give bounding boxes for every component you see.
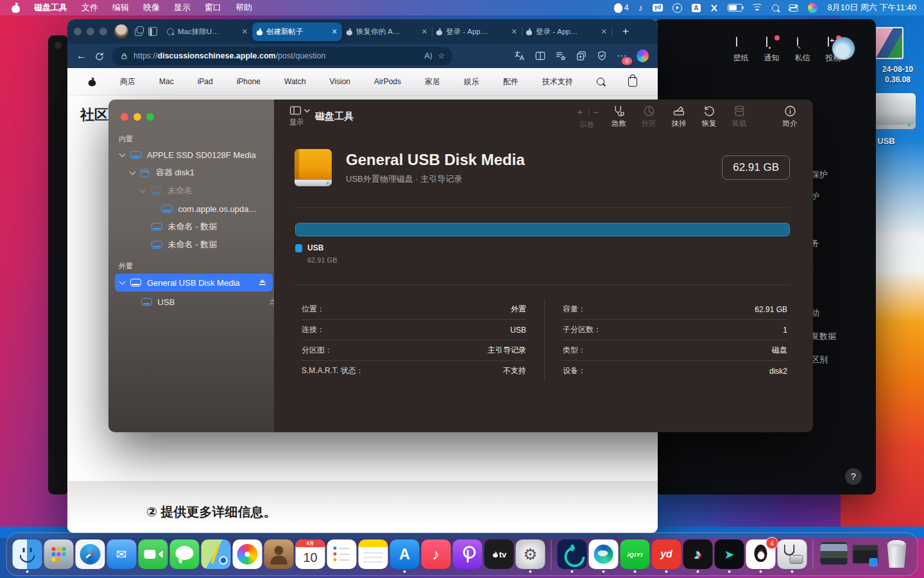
collections-icon[interactable] xyxy=(575,50,587,62)
dock-item-minimized-window[interactable] xyxy=(851,539,880,569)
dock-item-mail[interactable]: ✉ xyxy=(107,539,137,569)
status-item-spotlight[interactable] xyxy=(772,4,779,12)
photos-icon[interactable] xyxy=(233,539,262,569)
side-nav-messages[interactable]: 私信 xyxy=(792,37,813,64)
dock-item-maps[interactable] xyxy=(201,539,231,569)
minimized-window-icon[interactable] xyxy=(851,539,880,569)
disclosure-chevron-icon[interactable] xyxy=(130,169,136,175)
browser-tab-1[interactable]: 创建新帖子✕ xyxy=(252,22,342,41)
maps-icon[interactable] xyxy=(201,539,231,569)
browser-traffic-lights[interactable] xyxy=(74,28,107,35)
dock-item-douyin[interactable]: ♪ xyxy=(683,539,713,569)
apple-menu-icon[interactable] xyxy=(12,3,20,13)
dock-item-youdao[interactable]: yd xyxy=(652,539,681,569)
dock-item-launchpad[interactable] xyxy=(44,539,74,569)
browser-tab-2[interactable]: 恢复你的 A…✕ xyxy=(342,22,432,41)
apple-nav-item[interactable]: Mac xyxy=(159,77,174,86)
apple-nav-item[interactable]: 家居 xyxy=(425,76,440,87)
status-item-wifi[interactable] xyxy=(752,4,762,12)
status-item-siri[interactable] xyxy=(808,3,817,13)
menu-item[interactable]: 窗口 xyxy=(205,2,221,13)
apple-nav-item[interactable]: 商店 xyxy=(120,76,135,87)
edge-icon[interactable] xyxy=(589,539,619,569)
traffic-lights[interactable] xyxy=(121,113,154,121)
youdao-icon[interactable]: yd xyxy=(652,539,681,569)
side-nav-notifications[interactable]: 通知 xyxy=(761,37,782,64)
sidebar-toggle[interactable]: 显示 xyxy=(289,105,310,127)
apple-nav-item[interactable]: 配件 xyxy=(503,76,518,87)
browser-essentials-icon[interactable] xyxy=(595,50,608,62)
toolbar-firstaid-button[interactable]: 急救 xyxy=(608,105,629,128)
status-item-crossed[interactable] xyxy=(710,4,718,12)
browser-tab-0[interactable]: Mac抹除U…✕ xyxy=(162,22,252,41)
sidebar-item[interactable]: 未命名 xyxy=(115,182,293,200)
dock-item-appstore[interactable]: A xyxy=(390,539,420,569)
side-nav-wallpaper[interactable]: 壁纸 xyxy=(730,37,751,64)
finder-icon[interactable] xyxy=(13,539,42,569)
toolbar-info-button[interactable]: 简介 xyxy=(780,105,800,128)
apple-logo[interactable] xyxy=(89,77,96,86)
menu-clock[interactable]: 8月10日 周六 下午11:40 xyxy=(828,2,916,13)
help-button[interactable]: ? xyxy=(845,468,862,485)
dock-item-calendar[interactable]: 8月10 xyxy=(296,539,325,569)
desktop-screenshot-filename[interactable]: 24-08-10 0.36.08 xyxy=(871,65,924,85)
browser-profile-avatar[interactable] xyxy=(114,24,128,39)
dock-item-qq[interactable]: 4 xyxy=(746,539,776,569)
tab-actions-icon[interactable] xyxy=(148,26,158,37)
tv-icon[interactable]: tv xyxy=(484,539,514,569)
status-item-a-input[interactable]: A xyxy=(692,4,700,12)
dock-item-safari[interactable] xyxy=(76,539,105,569)
apple-nav-item[interactable]: 技术支持 xyxy=(542,76,573,87)
dock-item-contacts[interactable] xyxy=(264,539,294,569)
tab-close-icon[interactable]: ✕ xyxy=(242,28,248,36)
reader-view-icon[interactable]: A⟩ xyxy=(425,51,433,60)
diskutility-icon[interactable] xyxy=(778,539,807,569)
address-bar[interactable]: https://discussionschinese.apple.com/pos… xyxy=(112,47,452,66)
apple-nav-item[interactable]: iPhone xyxy=(237,77,261,86)
apple-nav-item[interactable]: iPad xyxy=(198,77,213,86)
trash-icon[interactable] xyxy=(882,539,912,569)
calendar-icon[interactable]: 8月10 xyxy=(296,539,325,569)
search-icon[interactable] xyxy=(597,78,604,85)
disclosure-chevron-icon[interactable] xyxy=(119,279,126,285)
copilot-icon[interactable] xyxy=(637,50,649,62)
disclosure-chevron-icon[interactable] xyxy=(119,151,126,157)
menu-item[interactable]: 映像 xyxy=(143,2,160,13)
side-window-avatar[interactable] xyxy=(832,37,855,60)
sidebar-item[interactable]: General USB Disk Media xyxy=(115,274,273,292)
background-window[interactable] xyxy=(48,35,69,495)
tab-close-icon[interactable]: ✕ xyxy=(422,28,427,36)
workspaces-icon[interactable] xyxy=(133,26,143,37)
tab-close-icon[interactable]: ✕ xyxy=(511,28,517,36)
status-item-youdao[interactable]: yd xyxy=(653,4,663,12)
dock-item-podcasts[interactable] xyxy=(453,539,483,569)
dock-item-iqiyi[interactable]: iQIYI xyxy=(620,539,650,569)
dock-item-tv[interactable]: tv xyxy=(484,539,514,569)
toolbar-erase-button[interactable]: 抹掉 xyxy=(669,105,689,128)
settings-icon[interactable]: ⚙ xyxy=(516,539,545,569)
dock-item-reminders[interactable] xyxy=(327,539,357,569)
arrow-app-icon[interactable]: ➤ xyxy=(715,539,744,569)
sidebar-item[interactable]: USB xyxy=(115,293,283,311)
music-icon[interactable]: ♪ xyxy=(422,539,451,569)
refresh-button[interactable] xyxy=(94,50,105,62)
translate-icon[interactable] xyxy=(513,50,526,62)
dock-item-settings[interactable]: ⚙ xyxy=(516,539,545,569)
favorites-icon[interactable] xyxy=(554,50,567,62)
dock-item-messages[interactable] xyxy=(170,539,200,569)
dock-item-facetime[interactable] xyxy=(139,539,168,569)
dock-item-finder[interactable] xyxy=(13,539,42,569)
new-tab-button[interactable]: + xyxy=(622,25,629,38)
sidebar-item[interactable]: 未命名 - 数据 xyxy=(115,218,293,236)
reminders-icon[interactable] xyxy=(327,539,357,569)
menu-item[interactable]: 显示 xyxy=(174,2,191,13)
accelerator-icon[interactable] xyxy=(558,539,587,569)
dock-item-music[interactable]: ♪ xyxy=(422,539,451,569)
favorite-star-icon[interactable]: ☆ xyxy=(438,51,445,60)
dock-item-arrow-app[interactable]: ➤ xyxy=(715,539,744,569)
sidebar-item[interactable]: 容器 disk1 xyxy=(115,164,283,182)
browser-tab-3[interactable]: 登录 - App…✕ xyxy=(432,22,522,41)
status-item-control-center[interactable] xyxy=(789,4,798,12)
status-item-qq[interactable]: 4 xyxy=(614,3,629,13)
tab-close-icon[interactable]: ✕ xyxy=(332,28,338,36)
